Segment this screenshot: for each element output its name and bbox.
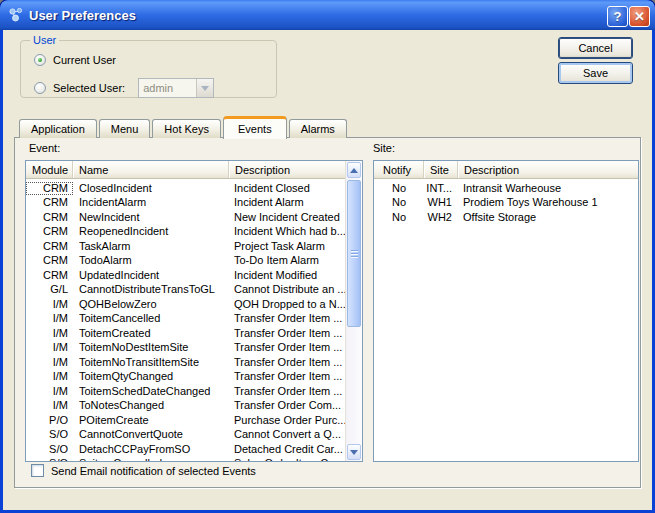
event-cell: ToNotesChanged xyxy=(73,399,229,412)
event-row[interactable]: I/MToNotesChangedTransfer Order Com... xyxy=(26,399,345,414)
site-cell: No xyxy=(374,196,424,209)
site-cell: No xyxy=(374,182,424,195)
event-cell: Incident Alarm xyxy=(229,196,345,209)
event-cell: DetachCCPayFromSO xyxy=(73,443,229,456)
event-column-header-description[interactable]: Description xyxy=(229,161,345,178)
event-row[interactable]: S/OSoitemCancelledSales Order Item Ca... xyxy=(26,457,345,462)
site-cell: WH2 xyxy=(424,211,458,224)
event-row[interactable]: CRMTodoAlarmTo-Do Item Alarm xyxy=(26,254,345,269)
event-row[interactable]: S/ODetachCCPayFromSODetached Credit Car.… xyxy=(26,442,345,457)
site-cell: Offsite Storage xyxy=(458,211,638,224)
event-row[interactable]: CRMClosedIncidentIncident Closed xyxy=(26,181,345,196)
event-table-main: ModuleNameDescription CRMClosedIncidentI… xyxy=(26,161,345,461)
tab-application[interactable]: Application xyxy=(19,119,97,138)
event-row[interactable]: I/MToitemNoTransitItemSiteTransfer Order… xyxy=(26,355,345,370)
event-cell: CRM xyxy=(26,225,73,238)
event-cell: QOH Dropped to a N... xyxy=(229,298,345,311)
scrollbar-thumb[interactable] xyxy=(347,180,361,327)
site-column-header-description[interactable]: Description xyxy=(458,161,638,178)
radio-selected-user-label: Selected User: xyxy=(53,82,125,94)
close-button[interactable]: ✕ xyxy=(629,6,650,27)
event-row[interactable]: G/LCannotDistributeTransToGLCannot Distr… xyxy=(26,283,345,298)
tab-alarms[interactable]: Alarms xyxy=(289,119,347,138)
event-cell: CRM xyxy=(26,269,73,282)
selected-user-combobox-value: admin xyxy=(139,82,196,94)
event-cell: ReopenedIncident xyxy=(73,225,229,238)
event-row[interactable]: CRMUpdatedIncidentIncident Modified xyxy=(26,268,345,283)
site-row[interactable]: NoINT...Intransit Warheouse xyxy=(374,181,638,196)
site-row[interactable]: NoWH2Offsite Storage xyxy=(374,210,638,225)
event-cell: Transfer Order Item ... xyxy=(229,312,345,325)
event-cell: Detached Credit Car... xyxy=(229,443,345,456)
cancel-button[interactable]: Cancel xyxy=(558,37,633,59)
event-cell: NewIncident xyxy=(73,211,229,224)
user-group-label: User xyxy=(30,34,59,46)
chevron-down-icon[interactable] xyxy=(196,79,213,97)
event-cell: Incident Which had b... xyxy=(229,225,345,238)
event-cell: S/O xyxy=(26,457,73,461)
event-row[interactable]: I/MQOHBelowZeroQOH Dropped to a N... xyxy=(26,297,345,312)
event-row[interactable]: P/OPOitemCreatePurchase Order Purc... xyxy=(26,413,345,428)
site-cell: INT... xyxy=(424,182,458,195)
site-table-main: NotifySiteDescription NoINT...Intransit … xyxy=(374,161,638,461)
email-notification-option[interactable]: Send Email notification of selected Even… xyxy=(31,464,256,477)
site-column-header-site[interactable]: Site xyxy=(424,161,458,178)
help-button[interactable]: ? xyxy=(607,6,628,27)
tab-menu[interactable]: Menu xyxy=(99,119,151,138)
event-row[interactable]: CRMTaskAlarmProject Task Alarm xyxy=(26,239,345,254)
event-cell: P/O xyxy=(26,414,73,427)
site-table: NotifySiteDescription NoINT...Intransit … xyxy=(373,160,639,462)
event-row[interactable]: S/OCannotConvertQuoteCannot Convert a Q.… xyxy=(26,428,345,443)
event-cell: I/M xyxy=(26,385,73,398)
radio-current-user-label: Current User xyxy=(53,54,116,66)
radio-current-user[interactable]: Current User xyxy=(34,54,116,66)
event-row[interactable]: CRMNewIncidentNew Incident Created xyxy=(26,210,345,225)
email-notification-checkbox[interactable] xyxy=(31,464,44,477)
event-cell: CannotDistributeTransToGL xyxy=(73,283,229,296)
event-row[interactable]: I/MToitemNoDestItemSiteTransfer Order It… xyxy=(26,341,345,356)
event-cell: Transfer Order Com... xyxy=(229,399,345,412)
window-title: User Preferences xyxy=(29,8,136,23)
app-icon xyxy=(8,7,24,23)
user-group-box: User Current User Selected User: admin xyxy=(20,40,277,98)
event-row[interactable]: CRMIncidentAlarmIncident Alarm xyxy=(26,196,345,211)
user-preferences-dialog: User Preferences ? ✕ User Current User S… xyxy=(0,0,655,513)
event-column-header-module[interactable]: Module xyxy=(26,161,73,178)
event-cell: Transfer Order Item ... xyxy=(229,385,345,398)
radio-current-user-control[interactable] xyxy=(34,54,46,66)
event-cell: Transfer Order Item ... xyxy=(229,327,345,340)
event-row[interactable]: I/MToitemSchedDateChangedTransfer Order … xyxy=(26,384,345,399)
event-row[interactable]: CRMReopenedIncidentIncident Which had b.… xyxy=(26,225,345,240)
event-row[interactable]: I/MToitemCreatedTransfer Order Item ... xyxy=(26,326,345,341)
event-cell: TaskAlarm xyxy=(73,240,229,253)
event-cell: TodoAlarm xyxy=(73,254,229,267)
event-column-header-name[interactable]: Name xyxy=(73,161,229,178)
event-cell: S/O xyxy=(26,443,73,456)
event-cell: Transfer Order Item ... xyxy=(229,356,345,369)
event-cell: I/M xyxy=(26,341,73,354)
scrollbar-track[interactable] xyxy=(346,179,362,443)
event-row[interactable]: I/MToitemQtyChangedTransfer Order Item .… xyxy=(26,370,345,385)
radio-selected-user-control[interactable] xyxy=(34,82,46,94)
event-cell: ToitemNoDestItemSite xyxy=(73,341,229,354)
site-table-header: NotifySiteDescription xyxy=(374,161,638,179)
event-cell: ToitemNoTransitItemSite xyxy=(73,356,229,369)
site-cell: WH1 xyxy=(424,196,458,209)
selected-user-combobox[interactable]: admin xyxy=(138,78,214,98)
radio-selected-user[interactable]: Selected User: admin xyxy=(34,78,214,98)
scroll-down-icon[interactable] xyxy=(347,444,361,460)
event-cell: UpdatedIncident xyxy=(73,269,229,282)
tab-events[interactable]: Events xyxy=(223,116,287,139)
save-button[interactable]: Save xyxy=(558,62,633,84)
scroll-up-icon[interactable] xyxy=(347,162,361,178)
event-table-scrollbar[interactable] xyxy=(345,161,362,461)
title-bar[interactable]: User Preferences ? ✕ xyxy=(0,0,655,30)
tab-hot-keys[interactable]: Hot Keys xyxy=(152,119,221,138)
site-column-header-notify[interactable]: Notify xyxy=(374,161,424,178)
event-row[interactable]: I/MToitemCancelledTransfer Order Item ..… xyxy=(26,312,345,327)
event-cell: ToitemCreated xyxy=(73,327,229,340)
event-cell: CRM xyxy=(26,254,73,267)
site-section-label: Site: xyxy=(373,142,395,154)
site-row[interactable]: NoWH1Prodiem Toys Warehouse 1 xyxy=(374,196,638,211)
event-cell: ClosedIncident xyxy=(73,182,229,195)
